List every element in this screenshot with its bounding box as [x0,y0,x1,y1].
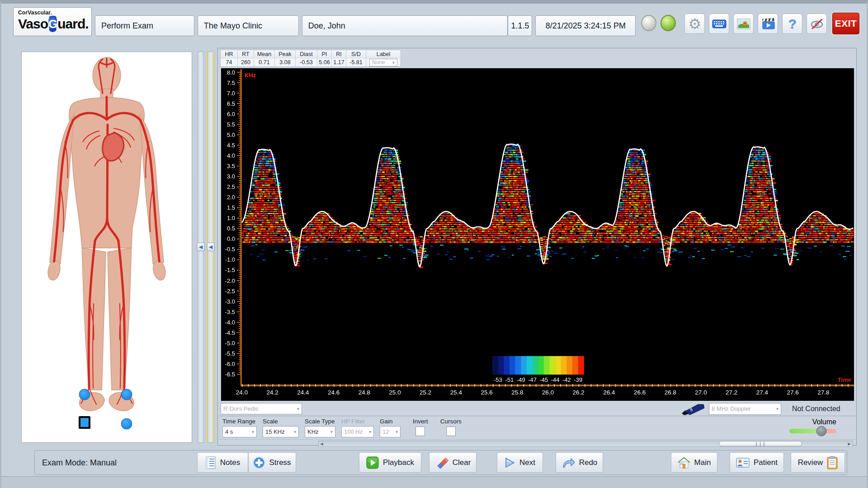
collapse-left-arrow-icon[interactable]: ◀ [197,243,205,251]
probe-dropdown[interactable]: 8 MHz Doppler▾ [709,403,781,415]
controls-row: Time Range 4 s▾ Scale 15 KHz▾ Scale Type… [219,416,855,440]
image-button[interactable] [733,14,754,34]
help-button[interactable]: ? [782,14,802,34]
stress-plus-icon [253,457,265,469]
volume-slider[interactable] [789,429,836,433]
stat-ri: RI1.17 [332,50,346,66]
stat-peak: Peak3.08 [275,50,296,66]
next-button[interactable]: Next [497,452,543,473]
site-right-ankle-selected[interactable] [79,416,90,429]
panel-splitter-left[interactable]: ◀ [198,52,204,443]
stat-label-column: Label None▾ [366,50,401,66]
exam-mode-field: Perform Exam [95,15,194,36]
volume-group: Volume [789,418,836,439]
next-arrow-icon [505,457,515,469]
chevron-down-icon: ▾ [396,429,398,434]
clear-button[interactable]: Clear [429,452,476,473]
site-left-ankle[interactable] [121,418,132,429]
app-logo: CorVascular. VasoGuard. [13,7,92,36]
scale-type-dropdown[interactable]: KHz▾ [305,426,335,437]
time-range-dropdown[interactable]: 4 s▾ [222,426,257,437]
stat-sd: S/D-5.81 [346,50,366,66]
redo-button[interactable]: Redo [556,452,603,473]
site-dropdown[interactable]: R-Dors Pedis▾ [221,403,302,414]
hp-filter-dropdown[interactable]: 100 Hz▾ [341,426,374,437]
cursors-checkbox[interactable] [446,427,456,436]
datetime-field: 8/21/2025 3:24:15 PM [535,15,636,36]
video-playback-button[interactable] [758,14,778,34]
patient-button[interactable]: Patient [730,452,784,473]
footer-bar: Exam Mode: Manual Notes Stress [34,450,847,475]
collapse-right-arrow-icon[interactable]: ◀ [207,243,215,251]
vascular-body-illustration [22,52,192,440]
eye-disabled-icon [810,18,824,30]
stat-hr: HR74 [221,50,238,66]
video-clapper-icon [761,18,775,30]
doppler-spectrogram-canvas[interactable] [221,68,854,401]
measurement-columns: HR74RT260Mean0.71Peak3.08Diast-0.53PI5.0… [221,50,366,66]
scroll-left-arrow-icon[interactable]: ◀ [319,441,325,446]
chevron-down-icon: ▾ [252,429,254,434]
playback-button[interactable]: Playback [359,452,421,473]
probe-group: 8 8 MHz Doppler▾ Not Connected [681,403,851,415]
volume-thumb[interactable] [816,426,826,436]
scale-type-group: Scale Type KHz▾ [305,418,335,439]
notes-button[interactable]: Notes [197,452,248,473]
home-icon [678,456,690,469]
exit-button[interactable]: EXIT [832,13,859,34]
stress-button[interactable]: Stress [248,452,296,473]
panel-splitter-right[interactable]: ◀ [207,52,214,443]
status-lights [641,15,676,31]
keyboard-button[interactable] [709,14,729,34]
scroll-right-arrow-icon[interactable]: ▶ [846,441,852,446]
chevron-down-icon: ▾ [776,406,778,411]
footer-buttons: Notes Stress Playback Clear [35,450,847,474]
label-dropdown[interactable]: None▾ [369,59,397,66]
main-button[interactable]: Main [671,452,717,473]
horizontal-scrollbar[interactable]: ◀ ❙❙❙ ▶ [318,441,853,447]
hp-filter-group: HP Filter 100 Hz▾ [341,418,374,439]
logo-app-name: VasoGuard. [18,16,88,32]
scrollbar-thumb[interactable]: ❙❙❙ [719,441,802,446]
site-right-calf[interactable] [79,389,90,400]
doppler-probe-icon: 8 [681,403,704,415]
privacy-button[interactable] [807,14,827,34]
cursors-group: Cursors [440,418,462,439]
measurement-stats-bar: HR74RT260Mean0.71Peak3.08Diast-0.53PI5.0… [220,50,401,67]
review-clipboard-icon [827,456,838,469]
top-toolbar: CorVascular. VasoGuard. Perform Exam The… [13,6,859,36]
status-light-gray [641,15,656,31]
keyboard-icon [712,19,726,29]
doppler-panel: HR74RT260Mean0.71Peak3.08Diast-0.53PI5.0… [217,48,857,446]
playback-icon [366,456,379,469]
status-light-green [660,15,676,31]
stat-mean: Mean0.71 [254,50,275,66]
site-row: R-Dors Pedis▾ 8 8 MHz Doppler▾ Not Conne… [218,402,856,416]
logo-shield-icon: G [48,16,57,32]
chevron-down-icon: ▾ [330,429,333,434]
stat-pi: PI5.06 [317,50,332,66]
chevron-down-icon: ▾ [369,429,371,434]
scale-group: Scale 15 KHz▾ [263,418,299,439]
chevron-down-icon: ▾ [392,60,395,65]
gain-dropdown[interactable]: 12▾ [380,426,401,437]
version-field: 1.1.5 [508,15,532,36]
stat-label-header: Label [366,50,401,58]
review-button[interactable]: Review [791,452,845,473]
notes-icon [205,456,216,469]
chevron-down-icon: ▾ [294,429,296,434]
eraser-icon [435,457,448,469]
gain-group: Gain 12▾ [380,418,401,439]
facility-field: The Mayo Clinic [198,15,299,36]
connection-status: Not Connected [792,405,851,413]
time-range-group: Time Range 4 s▾ [222,418,257,439]
help-icon: ? [788,16,796,32]
image-icon [737,19,750,29]
settings-button[interactable]: ⚙ [684,14,705,34]
site-left-calf[interactable] [121,389,132,400]
logo-company-text: CorVascular. [18,9,88,16]
scale-dropdown[interactable]: 15 KHz▾ [263,426,299,437]
stat-diast: Diast-0.53 [296,50,317,66]
patient-id-icon [736,458,750,468]
invert-checkbox[interactable] [415,427,425,436]
